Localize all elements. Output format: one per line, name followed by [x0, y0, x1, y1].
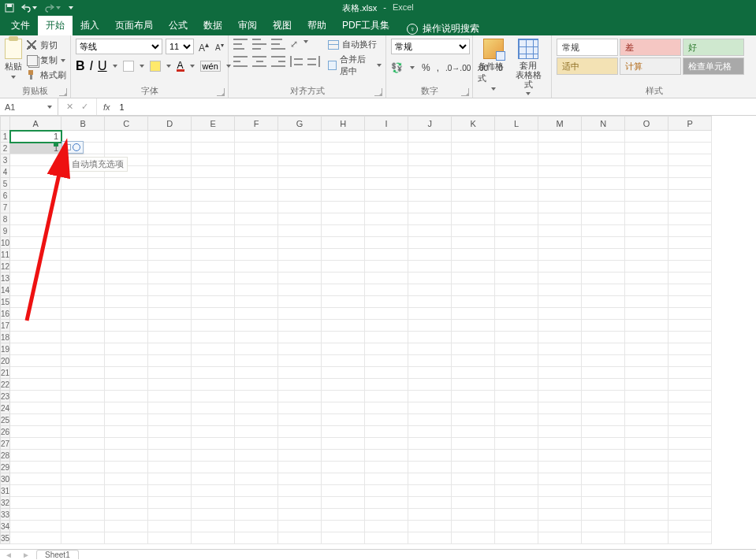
cell-D15[interactable]	[148, 296, 192, 308]
fill-color-button[interactable]	[150, 61, 161, 72]
cell-M25[interactable]	[538, 414, 582, 426]
cell-O27[interactable]	[625, 438, 668, 450]
cell-K13[interactable]	[452, 273, 495, 284]
cell-J17[interactable]	[408, 320, 452, 332]
cell-G14[interactable]	[278, 284, 322, 296]
cell-N34[interactable]	[582, 521, 625, 532]
cell-C27[interactable]	[105, 438, 148, 450]
cell-B25[interactable]	[61, 414, 105, 426]
cell-F24[interactable]	[235, 402, 278, 414]
cell-H20[interactable]	[322, 355, 365, 367]
cell-H21[interactable]	[322, 367, 365, 379]
cell-B34[interactable]	[61, 521, 105, 532]
cancel-button[interactable]: ✕	[66, 102, 73, 112]
confirm-button[interactable]: ✓	[81, 102, 88, 112]
cell-H4[interactable]	[322, 166, 365, 178]
cell-O18[interactable]	[625, 332, 668, 343]
cell-A20[interactable]	[10, 355, 61, 367]
tab-page-layout[interactable]: 页面布局	[107, 15, 161, 35]
increase-indent-button[interactable]	[307, 56, 320, 67]
cell-D18[interactable]	[148, 332, 192, 343]
cell-B8[interactable]	[61, 213, 105, 225]
phonetic-button[interactable]: wén	[200, 61, 221, 72]
cell-H26[interactable]	[322, 426, 365, 438]
cell-L10[interactable]	[495, 237, 538, 249]
cell-L34[interactable]	[495, 521, 538, 532]
cut-button[interactable]: 剪切	[25, 39, 68, 52]
cell-D8[interactable]	[148, 213, 192, 225]
cell-I17[interactable]	[365, 320, 408, 332]
row-header-12[interactable]: 12	[1, 261, 10, 273]
row-header-22[interactable]: 22	[1, 379, 10, 391]
cell-A31[interactable]	[10, 485, 61, 497]
cell-K6[interactable]	[452, 190, 495, 202]
cell-K22[interactable]	[452, 379, 495, 391]
cell-H17[interactable]	[322, 320, 365, 332]
cell-A22[interactable]	[10, 379, 61, 391]
row-header-20[interactable]: 20	[1, 355, 10, 367]
increase-font-button[interactable]: A▴	[197, 40, 210, 54]
cell-I34[interactable]	[365, 521, 408, 532]
cell-H14[interactable]	[322, 284, 365, 296]
cell-P26[interactable]	[668, 426, 712, 438]
conditional-format-button[interactable]: 条件格式	[478, 39, 509, 92]
cell-H18[interactable]	[322, 332, 365, 343]
cell-G5[interactable]	[278, 178, 322, 190]
cell-J3[interactable]	[408, 154, 452, 166]
cell-G24[interactable]	[278, 402, 322, 414]
row-header-15[interactable]: 15	[1, 296, 10, 308]
cell-H34[interactable]	[322, 521, 365, 532]
cell-F5[interactable]	[235, 178, 278, 190]
cell-I18[interactable]	[365, 332, 408, 343]
cell-I26[interactable]	[365, 426, 408, 438]
row-header-17[interactable]: 17	[1, 320, 10, 332]
cell-B31[interactable]	[61, 485, 105, 497]
fx-label[interactable]: fx	[97, 102, 117, 112]
cell-E2[interactable]	[192, 143, 235, 154]
cell-O20[interactable]	[625, 355, 668, 367]
cell-H23[interactable]	[322, 391, 365, 402]
cell-L1[interactable]	[495, 131, 538, 143]
cell-H24[interactable]	[322, 402, 365, 414]
style-good[interactable]: 好	[683, 39, 744, 56]
cell-M30[interactable]	[538, 473, 582, 485]
cell-F18[interactable]	[235, 332, 278, 343]
cell-N27[interactable]	[582, 438, 625, 450]
cell-P1[interactable]	[668, 131, 712, 143]
cell-J19[interactable]	[408, 343, 452, 355]
cell-F35[interactable]	[235, 532, 278, 544]
cell-D27[interactable]	[148, 438, 192, 450]
chevron-down-icon[interactable]	[166, 63, 172, 69]
clipboard-launcher[interactable]	[59, 88, 67, 96]
cell-D1[interactable]	[148, 131, 192, 143]
cell-E19[interactable]	[192, 343, 235, 355]
row-header-8[interactable]: 8	[1, 213, 10, 225]
cell-B26[interactable]	[61, 426, 105, 438]
cell-E27[interactable]	[192, 438, 235, 450]
cell-M35[interactable]	[538, 532, 582, 544]
cell-L11[interactable]	[495, 249, 538, 261]
cell-K11[interactable]	[452, 249, 495, 261]
style-normal[interactable]: 常规	[557, 39, 618, 56]
row-header-3[interactable]: 3	[1, 154, 10, 166]
decrease-indent-button[interactable]	[290, 56, 303, 67]
cell-K14[interactable]	[452, 284, 495, 296]
cell-P21[interactable]	[668, 367, 712, 379]
cell-F23[interactable]	[235, 391, 278, 402]
cell-I27[interactable]	[365, 438, 408, 450]
cell-I29[interactable]	[365, 462, 408, 473]
cell-G20[interactable]	[278, 355, 322, 367]
copy-button[interactable]: 复制	[25, 54, 68, 67]
cell-G18[interactable]	[278, 332, 322, 343]
row-header-18[interactable]: 18	[1, 332, 10, 343]
cell-K3[interactable]	[452, 154, 495, 166]
cell-F22[interactable]	[235, 379, 278, 391]
cell-K29[interactable]	[452, 462, 495, 473]
cell-F33[interactable]	[235, 509, 278, 521]
cell-B13[interactable]	[61, 273, 105, 284]
cell-M4[interactable]	[538, 166, 582, 178]
cell-O34[interactable]	[625, 521, 668, 532]
cell-P18[interactable]	[668, 332, 712, 343]
cell-A26[interactable]	[10, 426, 61, 438]
cell-C31[interactable]	[105, 485, 148, 497]
